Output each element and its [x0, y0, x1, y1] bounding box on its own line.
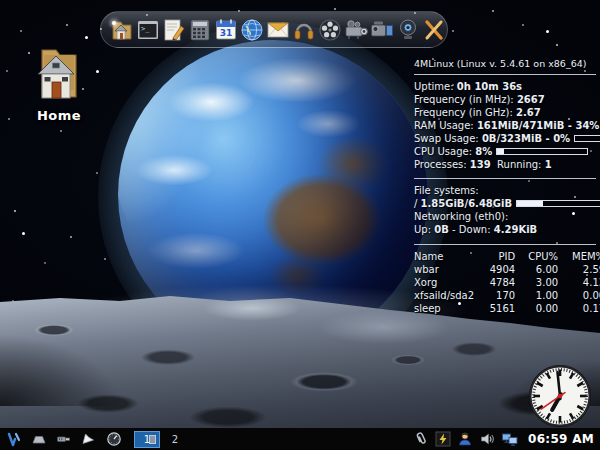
filesystems-header: File systems:	[414, 184, 596, 197]
network-icon[interactable]	[501, 431, 518, 448]
home-desktop-icon[interactable]: Home	[16, 46, 102, 123]
stat-swap: Swap Usage: 0B/323MiB - 0%	[414, 132, 596, 145]
stat-uptime: Uptime: 0h 10m 36s	[414, 80, 596, 93]
xorg-icon[interactable]	[421, 17, 447, 43]
volume-icon[interactable]	[479, 431, 496, 448]
home-icon-label: Home	[16, 108, 102, 123]
webcam-icon[interactable]	[395, 17, 421, 43]
process-mem: 4.13	[561, 276, 600, 289]
filesystem-bar	[516, 200, 600, 207]
process-mem: 2.59	[561, 263, 600, 276]
stat-network: Up: 0B - Down: 4.29KiB	[414, 223, 596, 236]
paperclip-icon[interactable]	[413, 431, 430, 448]
dock-indicator-dot	[112, 21, 116, 25]
process-pid: 170	[477, 289, 515, 302]
home-folder-image	[30, 46, 88, 102]
workspace-window-thumb	[149, 435, 156, 444]
conky-title: 4MLinux (Linux v. 5.4.61 on x86_64)	[414, 57, 596, 70]
cpu-bar	[496, 148, 588, 155]
projector-icon[interactable]	[343, 17, 369, 43]
calculator-icon[interactable]	[187, 17, 213, 43]
usb-icon[interactable]	[56, 431, 72, 447]
process-col-name: Name	[414, 250, 474, 263]
stat-filesystem-root: / 1.85GiB/6.48GiB	[414, 197, 596, 210]
process-cpu: 3.00	[518, 276, 558, 289]
workspace-1[interactable]: 1	[134, 431, 160, 448]
stat-frequency-mhz: Frequency (in MHz): 2667	[414, 93, 596, 106]
swap-bar	[574, 135, 600, 142]
process-pid: 4784	[477, 276, 515, 289]
stat-ram: RAM Usage: 161MiB/471MiB - 34%	[414, 119, 596, 132]
process-col-pid: PID	[477, 250, 515, 263]
process-cpu: 6.00	[518, 263, 558, 276]
process-name: sleep	[414, 302, 474, 315]
mail-icon[interactable]	[265, 17, 291, 43]
process-pid: 4904	[477, 263, 515, 276]
pointer-icon[interactable]	[81, 431, 97, 447]
user-icon[interactable]	[457, 431, 474, 448]
camcorder-icon[interactable]	[369, 17, 395, 43]
system-tray	[413, 431, 518, 448]
stat-frequency-ghz: Frequency (in GHz): 2.67	[414, 106, 596, 119]
process-pid: 5161	[477, 302, 515, 315]
video-player-icon[interactable]	[317, 17, 343, 43]
process-col-mem: MEM%	[561, 250, 600, 263]
taskbar-launchers	[6, 431, 122, 447]
network-header: Networking (eth0):	[414, 210, 596, 223]
process-name: xfsaild/sda2	[414, 289, 474, 302]
taskbar: 1 2	[0, 428, 600, 450]
conky-monitor: 4MLinux (Linux v. 5.4.61 on x86_64) Upti…	[414, 57, 596, 315]
analog-clock	[527, 363, 593, 428]
process-table: Name PID CPU% MEM% wbar 4904 6.00 2.59 X…	[414, 250, 596, 315]
divider	[414, 178, 596, 179]
taskbar-clock: 06:59 AM	[528, 432, 594, 446]
process-cpu: 0.00	[518, 302, 558, 315]
process-name: wbar	[414, 263, 474, 276]
gauge-icon[interactable]	[106, 431, 122, 447]
process-mem: 0.17	[561, 302, 600, 315]
process-mem: 0.00	[561, 289, 600, 302]
terminal-icon[interactable]: >_	[135, 17, 161, 43]
divider	[414, 74, 596, 75]
svg-text:>_: >_	[141, 25, 150, 33]
calendar-day-number: 31	[220, 28, 233, 38]
calendar-icon[interactable]: 31	[213, 17, 239, 43]
lightning-icon[interactable]	[435, 431, 452, 448]
web-browser-icon[interactable]	[239, 17, 265, 43]
workspace-switcher: 1 2	[134, 431, 188, 448]
divider	[414, 244, 596, 245]
audio-player-icon[interactable]	[291, 17, 317, 43]
desktop[interactable]: >_	[0, 0, 600, 428]
text-editor-icon[interactable]	[161, 17, 187, 43]
process-name: Xorg	[414, 276, 474, 289]
stat-processes: Processes: 139 Running: 1	[414, 158, 596, 171]
corner-shadow-left	[0, 296, 210, 406]
process-cpu: 1.00	[518, 289, 558, 302]
process-col-cpu: CPU%	[518, 250, 558, 263]
workspace-2[interactable]: 2	[162, 431, 188, 448]
stat-cpu: CPU Usage: 8%	[414, 145, 596, 158]
show-desktop-icon[interactable]	[31, 431, 47, 447]
menu-logo-icon[interactable]	[6, 431, 22, 447]
wbar-dock: >_	[100, 11, 448, 48]
